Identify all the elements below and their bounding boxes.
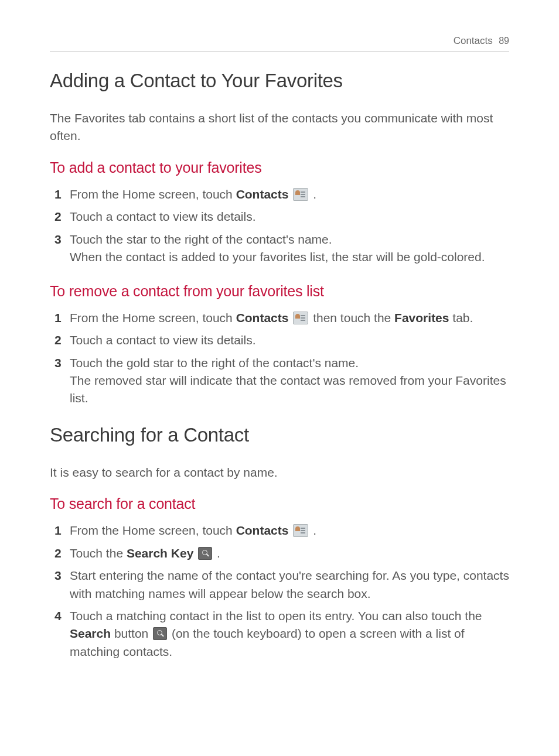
step-text: From the Home screen, touch (70, 187, 236, 201)
search-icon (198, 547, 212, 560)
step-text: Touch the gold star to the right of the … (70, 356, 359, 370)
step-text: . (309, 187, 316, 201)
step-continuation: When the contact is added to your favori… (70, 248, 509, 266)
step-number: 2 (54, 208, 62, 225)
contacts-icon (293, 312, 308, 324)
search-icon (153, 627, 167, 640)
step-text: Touch a contact to view its details. (70, 333, 256, 347)
step-item: 1 From the Home screen, touch Contacts . (69, 186, 509, 203)
step-text: Touch a matching contact in the list to … (70, 609, 482, 622)
step-list-add: 1 From the Home screen, touch Contacts .… (50, 186, 509, 266)
step-item: 3 Start entering the name of the contact… (69, 567, 509, 603)
subheading-remove-favorite: To remove a contact from your favorites … (50, 283, 509, 300)
step-text: Touch a contact to view its details. (70, 210, 256, 223)
step-item: 3 Touch the star to the right of the con… (69, 231, 509, 266)
step-number: 4 (54, 607, 62, 625)
step-item: 2 Touch a contact to view its details. (69, 331, 509, 349)
contacts-icon (293, 524, 308, 537)
section-adding-favorites: Adding a Contact to Your Favorites The F… (50, 70, 509, 408)
intro-text: It is easy to search for a contact by na… (50, 464, 509, 481)
bold-text: Search (70, 627, 111, 640)
heading-adding-favorites: Adding a Contact to Your Favorites (50, 70, 509, 92)
step-text: tab. (449, 311, 473, 324)
bold-text: Contacts (236, 524, 289, 537)
heading-searching: Searching for a Contact (50, 424, 509, 446)
step-item: 1 From the Home screen, touch Contacts t… (69, 309, 509, 327)
bold-text: Favorites (394, 311, 449, 324)
step-list-search: 1 From the Home screen, touch Contacts .… (50, 522, 509, 661)
step-number: 1 (54, 186, 62, 203)
step-text: Touch the (70, 546, 127, 560)
subheading-search-contact: To search for a contact (50, 495, 509, 512)
step-item: 4 Touch a matching contact in the list t… (69, 607, 509, 661)
step-number: 1 (54, 309, 62, 327)
step-item: 2 Touch the Search Key . (69, 545, 509, 562)
step-item: 1 From the Home screen, touch Contacts . (69, 522, 509, 539)
bold-text: Contacts (236, 187, 289, 201)
step-number: 2 (54, 545, 62, 562)
header-section-name: Contacts (454, 35, 493, 46)
section-searching: Searching for a Contact It is easy to se… (50, 424, 509, 661)
step-text: . (309, 524, 316, 537)
step-number: 3 (54, 231, 62, 248)
step-text: then touch the (309, 311, 394, 324)
step-text: Touch the star to the right of the conta… (70, 232, 332, 246)
step-number: 3 (54, 354, 62, 372)
step-number: 3 (54, 567, 62, 584)
subheading-add-favorite: To add a contact to your favorites (50, 159, 509, 176)
contacts-icon (293, 188, 308, 201)
step-text: From the Home screen, touch (70, 524, 236, 537)
step-text: . (213, 546, 220, 560)
step-text: button (111, 627, 152, 640)
bold-text: Contacts (236, 311, 289, 324)
step-continuation: The removed star will indicate that the … (70, 372, 509, 408)
header-page-number: 89 (499, 36, 509, 46)
step-text: Start entering the name of the contact y… (70, 569, 509, 600)
step-item: 3 Touch the gold star to the right of th… (69, 354, 509, 408)
step-item: 2 Touch a contact to view its details. (69, 208, 509, 225)
step-text: From the Home screen, touch (70, 311, 236, 324)
step-number: 1 (54, 522, 62, 539)
step-list-remove: 1 From the Home screen, touch Contacts t… (50, 309, 509, 408)
step-number: 2 (54, 331, 62, 349)
bold-text: Search Key (127, 546, 193, 560)
page-header: Contacts 89 (50, 35, 509, 52)
intro-text: The Favorites tab contains a short list … (50, 110, 509, 145)
